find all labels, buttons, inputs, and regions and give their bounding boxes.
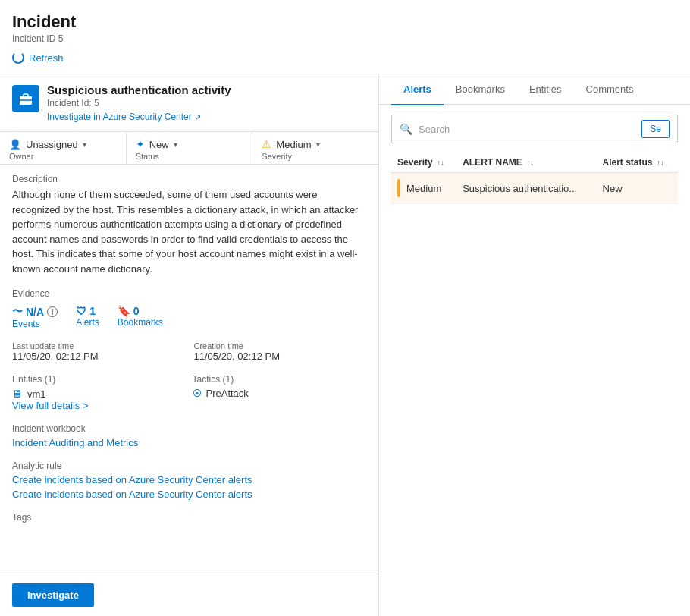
description-section: Description Although none of them succee… xyxy=(12,174,366,276)
bottom-bar: Investigate xyxy=(0,574,378,616)
bookmarks-icon: 🔖 xyxy=(118,305,130,317)
status-value: New xyxy=(149,139,169,150)
table-body: Medium Suspicious authenticatio... New xyxy=(391,173,678,204)
tags-section: Tags xyxy=(12,512,366,523)
evidence-items: 〜 N/A i Events 🛡 1 Alerts xyxy=(12,305,366,329)
incident-icon xyxy=(12,85,39,112)
entity-name: vm1 xyxy=(27,388,46,400)
evidence-section: Evidence 〜 N/A i Events 🛡 xyxy=(12,288,366,329)
events-chart-icon: 〜 xyxy=(12,305,23,319)
severity-label: Severity xyxy=(262,152,292,161)
search-input[interactable] xyxy=(419,124,635,135)
right-content: 🔍 Se Severity ↑↓ ALERT NAME xyxy=(379,105,690,616)
monitor-icon: 🖥 xyxy=(12,388,23,400)
tab-entities[interactable]: Entities xyxy=(517,74,574,105)
alerts-evidence: 🛡 1 Alerts xyxy=(76,305,99,329)
severity-cell: Medium xyxy=(391,173,456,204)
header: Incident Incident ID 5 Refresh xyxy=(0,0,690,66)
content-area: Suspicious authentication activity Incid… xyxy=(0,74,690,616)
description-text: Although none of them succeeded, some of… xyxy=(12,187,366,276)
info-icon: i xyxy=(47,306,58,317)
severity-text: Medium xyxy=(406,183,441,194)
alert-status-cell: New xyxy=(597,173,678,204)
workbook-section: Incident workbook Incident Auditing and … xyxy=(12,423,366,448)
creation-item: Creation time 11/05/20, 02:12 PM xyxy=(194,341,367,362)
alert-status-col-header: Alert status ↑↓ xyxy=(597,152,678,173)
tactics-label: Tactics (1) xyxy=(193,374,367,385)
entities-col: Entities (1) 🖥 vm1 xyxy=(12,374,187,400)
alert-name-sort-icon[interactable]: ↑↓ xyxy=(526,159,534,167)
severity-bar-indicator xyxy=(397,179,400,197)
status-bar: 👤 Unassigned ▾ Owner ✦ New ▾ Status xyxy=(0,132,378,165)
creation-value: 11/05/20, 02:12 PM xyxy=(194,350,367,362)
analytic-link-2[interactable]: Create incidents based on Azure Security… xyxy=(12,489,366,500)
investigate-button[interactable]: Investigate xyxy=(12,583,94,607)
user-icon: 👤 xyxy=(9,139,21,150)
tab-alerts[interactable]: Alerts xyxy=(391,74,444,105)
description-label: Description xyxy=(12,174,366,184)
page-title: Incident xyxy=(12,12,678,32)
view-full-details-link[interactable]: View full details > xyxy=(12,400,366,411)
alerts-shield-icon: 🛡 xyxy=(76,305,86,317)
entities-grid: Entities (1) 🖥 vm1 Tactics (1) ⦿ PreAtta… xyxy=(12,374,366,400)
tab-bookmarks[interactable]: Bookmarks xyxy=(444,74,517,105)
investigate-azure-link[interactable]: Investigate in Azure Security Center ↗ xyxy=(47,112,201,122)
owner-dropdown[interactable]: 👤 Unassigned ▾ Owner xyxy=(0,132,127,164)
severity-chevron-icon: ▾ xyxy=(316,140,320,149)
workbook-link[interactable]: Incident Auditing and Metrics xyxy=(12,437,138,448)
refresh-icon xyxy=(12,52,24,64)
alerts-value: 1 xyxy=(89,305,96,317)
owner-value: Unassigned xyxy=(26,139,78,150)
refresh-label: Refresh xyxy=(29,52,64,64)
bookmarks-value: 0 xyxy=(133,305,140,317)
tab-comments[interactable]: Comments xyxy=(574,74,646,105)
alerts-table: Severity ↑↓ ALERT NAME ↑↓ Alert status ↑… xyxy=(391,152,678,204)
analytic-section: Analytic rule Create incidents based on … xyxy=(12,460,366,500)
header-row: Severity ↑↓ ALERT NAME ↑↓ Alert status ↑… xyxy=(391,152,678,173)
left-panel: Suspicious authentication activity Incid… xyxy=(0,74,379,616)
tactics-col: Tactics (1) ⦿ PreAttack xyxy=(193,374,367,400)
events-value: N/A xyxy=(26,306,44,318)
bookmarks-link[interactable]: Bookmarks xyxy=(118,317,163,328)
analytic-link-1[interactable]: Create incidents based on Azure Security… xyxy=(12,474,366,486)
last-update-item: Last update time 11/05/20, 02:12 PM xyxy=(12,341,185,362)
incident-title: Suspicious authentication activity xyxy=(47,83,366,96)
alert-status-sort-icon[interactable]: ↑↓ xyxy=(657,159,664,167)
tactic-preattack: ⦿ PreAttack xyxy=(193,388,367,399)
table-row[interactable]: Medium Suspicious authenticatio... New xyxy=(391,173,678,204)
severity-value: Medium xyxy=(276,139,311,150)
entities-section: Entities (1) 🖥 vm1 Tactics (1) ⦿ PreAtta… xyxy=(12,374,366,411)
tactic-icon: ⦿ xyxy=(193,388,202,399)
refresh-button[interactable]: Refresh xyxy=(12,52,64,64)
owner-label: Owner xyxy=(9,152,33,161)
panel-scroll: Description Although none of them succee… xyxy=(0,165,378,574)
status-label: Status xyxy=(136,152,159,161)
alert-name-text: Suspicious authenticatio... xyxy=(463,183,577,194)
external-link-icon: ↗ xyxy=(195,113,201,121)
events-link[interactable]: Events xyxy=(12,319,40,329)
creation-label: Creation time xyxy=(194,341,367,350)
alerts-link[interactable]: Alerts xyxy=(76,317,99,328)
warning-icon: ⚠ xyxy=(262,138,271,150)
last-update-label: Last update time xyxy=(12,341,185,350)
owner-chevron-icon: ▾ xyxy=(83,140,86,149)
alert-name-cell: Suspicious authenticatio... xyxy=(456,173,596,204)
entity-vm1: 🖥 vm1 xyxy=(12,388,187,400)
severity-dropdown[interactable]: ⚠ Medium ▾ Severity xyxy=(252,132,378,164)
new-status-icon: ✦ xyxy=(136,138,145,150)
tabs: Alerts Bookmarks Entities Comments xyxy=(379,74,690,105)
main-container: Incident Incident ID 5 Refresh Suspicio xyxy=(0,0,690,616)
search-bar: 🔍 Se xyxy=(391,115,678,143)
analytic-label: Analytic rule xyxy=(12,460,366,471)
status-chevron-icon: ▾ xyxy=(174,140,177,149)
se-button[interactable]: Se xyxy=(641,120,670,138)
incident-header: Suspicious authentication activity Incid… xyxy=(0,74,378,132)
bookmarks-evidence: 🔖 0 Bookmarks xyxy=(118,305,163,329)
incident-id-label: Incident ID 5 xyxy=(12,33,678,44)
severity-sort-icon[interactable]: ↑↓ xyxy=(437,159,444,167)
status-dropdown[interactable]: ✦ New ▾ Status xyxy=(127,132,253,164)
alert-name-col-header: ALERT NAME ↑↓ xyxy=(456,152,596,173)
incident-title-area: Suspicious authentication activity Incid… xyxy=(47,83,366,122)
tags-label: Tags xyxy=(12,512,366,523)
incident-id-sub: Incident Id: 5 xyxy=(47,98,366,108)
